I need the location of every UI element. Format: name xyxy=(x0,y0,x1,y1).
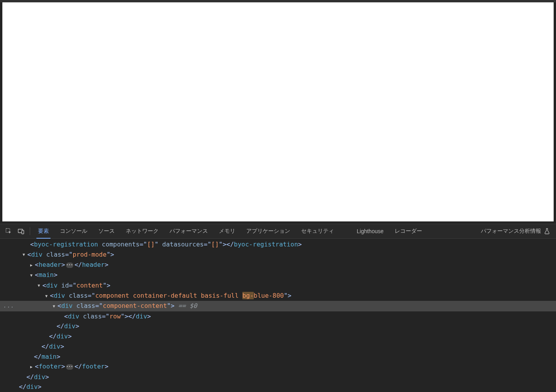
caret-down-icon[interactable]: ▼ xyxy=(30,270,35,281)
tab-sources[interactable]: ソース xyxy=(93,224,120,238)
dom-line[interactable]: ▼<div class="prod-mode"> xyxy=(0,250,556,260)
tab-performance-insights[interactable]: パフォーマンス分析情報 xyxy=(481,228,551,235)
ellipsis-icon[interactable]: ••• xyxy=(66,263,73,268)
dom-tree[interactable]: <byoc-registration components="[]" datas… xyxy=(0,239,556,392)
dom-line[interactable]: ▶<header>•••</header> xyxy=(0,260,556,270)
dom-line[interactable]: <byoc-registration components="[]" datas… xyxy=(0,239,556,250)
tab-label: 要素 xyxy=(38,228,49,235)
dom-line[interactable]: </main> xyxy=(0,352,556,362)
inspect-element-icon[interactable] xyxy=(2,225,15,237)
tab-label: ソース xyxy=(98,228,115,235)
dom-line[interactable]: </div> xyxy=(0,372,556,382)
tab-label: ネットワーク xyxy=(126,228,159,235)
tab-memory[interactable]: メモリ xyxy=(213,224,241,238)
tab-recorder[interactable]: レコーダー xyxy=(389,224,428,238)
tab-label: アプリケーション xyxy=(246,228,290,235)
tab-label: パフォーマンス分析情報 xyxy=(481,228,541,235)
overflow-ellipsis-icon: ... xyxy=(3,301,14,311)
devtools-panel: 要素 コンソール ソース ネットワーク パフォーマンス メモリ アプリケーション… xyxy=(0,224,556,392)
caret-right-icon[interactable]: ▶ xyxy=(30,362,35,372)
selected-node-indicator: == $0 xyxy=(175,302,197,309)
tab-right-group: パフォーマンス分析情報 xyxy=(481,228,554,235)
tab-label: コンソール xyxy=(60,228,87,235)
dom-line[interactable]: ▼<main> xyxy=(0,270,556,280)
tab-application[interactable]: アプリケーション xyxy=(241,224,296,238)
caret-down-icon[interactable]: ▼ xyxy=(38,281,42,291)
tab-console[interactable]: コンソール xyxy=(54,224,93,238)
caret-down-icon[interactable]: ▼ xyxy=(45,291,50,301)
caret-right-icon[interactable]: ▶ xyxy=(30,260,35,270)
page-viewport xyxy=(2,2,554,221)
tab-label: セキュリティ xyxy=(301,228,334,235)
dom-line[interactable]: </div> xyxy=(0,321,556,331)
tab-lighthouse[interactable]: Lighthouse xyxy=(351,224,389,238)
flask-icon xyxy=(543,228,551,235)
dom-line[interactable]: </div> xyxy=(0,342,556,352)
dom-line[interactable]: </div> xyxy=(0,382,556,392)
tab-label: メモリ xyxy=(219,228,235,235)
devtools-tabbar: 要素 コンソール ソース ネットワーク パフォーマンス メモリ アプリケーション… xyxy=(0,224,556,239)
caret-down-icon[interactable]: ▼ xyxy=(23,250,27,260)
separator xyxy=(30,227,30,235)
dom-line[interactable]: </div> xyxy=(0,331,556,342)
svg-rect-2 xyxy=(22,230,24,234)
tab-performance[interactable]: パフォーマンス xyxy=(164,224,213,238)
dom-line[interactable]: ▶<footer>•••</footer> xyxy=(0,361,556,372)
tab-security[interactable]: セキュリティ xyxy=(296,224,339,238)
tab-elements[interactable]: 要素 xyxy=(32,224,54,238)
dom-line[interactable]: ▼<div class="component container-default… xyxy=(0,291,556,301)
dom-line[interactable]: ▼<div id="content"> xyxy=(0,281,556,291)
dom-line[interactable]: <div class="row"></div> xyxy=(0,311,556,322)
tab-network[interactable]: ネットワーク xyxy=(120,224,164,238)
ellipsis-icon[interactable]: ••• xyxy=(66,364,73,370)
tab-label: パフォーマンス xyxy=(170,228,208,235)
device-toolbar-icon[interactable] xyxy=(15,225,27,237)
dom-line-selected[interactable]: ... ▼<div class="component-content"> == … xyxy=(0,301,556,311)
caret-down-icon[interactable]: ▼ xyxy=(53,301,58,311)
search-highlight: bg- xyxy=(242,292,254,299)
tab-label: レコーダー xyxy=(395,228,422,235)
tab-label: Lighthouse xyxy=(357,228,384,234)
